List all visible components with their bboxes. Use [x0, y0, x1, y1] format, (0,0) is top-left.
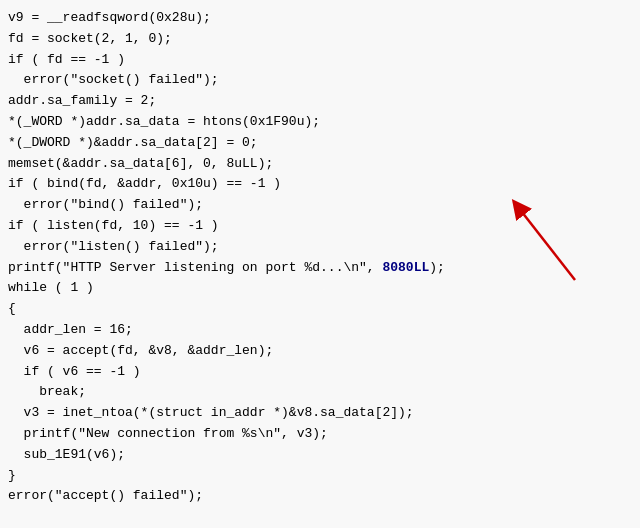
code-token: while ( 1 ): [8, 280, 94, 295]
code-line: if ( v6 == -1 ): [4, 362, 636, 383]
code-line: error("accept() failed");: [4, 486, 636, 507]
code-token: addr.sa_family = 2;: [8, 93, 156, 108]
code-line: if ( fd == -1 ): [4, 50, 636, 71]
code-token: break;: [8, 384, 86, 399]
code-token: v3 = inet_ntoa(*(struct in_addr *)&v8.sa…: [8, 405, 414, 420]
code-token: printf("HTTP Server listening on port %d…: [8, 260, 382, 275]
code-line: fd = socket(2, 1, 0);: [4, 29, 636, 50]
code-line: if ( listen(fd, 10) == -1 ): [4, 216, 636, 237]
code-line: error("bind() failed");: [4, 195, 636, 216]
code-token: error("bind() failed");: [8, 197, 203, 212]
code-line: {: [4, 299, 636, 320]
code-line: *(_DWORD *)&addr.sa_data[2] = 0;: [4, 133, 636, 154]
code-token: );: [429, 260, 445, 275]
code-line: }: [4, 466, 636, 487]
code-token: error("socket() failed");: [8, 72, 219, 87]
code-token: }: [8, 468, 16, 483]
code-token: if ( bind(fd, &addr, 0x10u) == -1 ): [8, 176, 281, 191]
code-token: error("listen() failed");: [8, 239, 219, 254]
code-line: memset(&addr.sa_data[6], 0, 8uLL);: [4, 154, 636, 175]
code-line: v3 = inet_ntoa(*(struct in_addr *)&v8.sa…: [4, 403, 636, 424]
code-line: addr_len = 16;: [4, 320, 636, 341]
code-line: printf("New connection from %s\n", v3);: [4, 424, 636, 445]
code-line: while ( 1 ): [4, 278, 636, 299]
code-token: addr_len = 16;: [8, 322, 133, 337]
code-token: *(_DWORD *)&addr.sa_data[2] = 0;: [8, 135, 258, 150]
code-line: v9 = __readfsqword(0x28u);: [4, 8, 636, 29]
code-line: v6 = accept(fd, &v8, &addr_len);: [4, 341, 636, 362]
code-line: break;: [4, 382, 636, 403]
code-line: error("socket() failed");: [4, 70, 636, 91]
code-token: if ( v6 == -1 ): [8, 364, 141, 379]
code-token: sub_1E91(v6);: [8, 447, 125, 462]
code-line: *(_WORD *)addr.sa_data = htons(0x1F90u);: [4, 112, 636, 133]
code-token: if ( fd == -1 ): [8, 52, 125, 67]
code-line: printf("HTTP Server listening on port %d…: [4, 258, 636, 279]
code-token: if ( listen(fd, 10) == -1 ): [8, 218, 219, 233]
code-view: v9 = __readfsqword(0x28u);fd = socket(2,…: [0, 0, 640, 528]
code-line: if ( bind(fd, &addr, 0x10u) == -1 ): [4, 174, 636, 195]
code-token: printf("New connection from %s\n", v3);: [8, 426, 328, 441]
code-line: sub_1E91(v6);: [4, 445, 636, 466]
code-line: error("listen() failed");: [4, 237, 636, 258]
code-token: 8080LL: [382, 260, 429, 275]
code-token: error("accept() failed");: [8, 488, 203, 503]
code-line: addr.sa_family = 2;: [4, 91, 636, 112]
code-token: memset(&addr.sa_data[6], 0, 8uLL);: [8, 156, 273, 171]
code-token: v6 = accept(fd, &v8, &addr_len);: [8, 343, 273, 358]
code-token: fd = socket(2, 1, 0);: [8, 31, 172, 46]
code-lines: v9 = __readfsqword(0x28u);fd = socket(2,…: [4, 8, 636, 507]
code-token: {: [8, 301, 16, 316]
code-token: v9 = __readfsqword(0x28u);: [8, 10, 211, 25]
code-token: *(_WORD *)addr.sa_data = htons(0x1F90u);: [8, 114, 320, 129]
